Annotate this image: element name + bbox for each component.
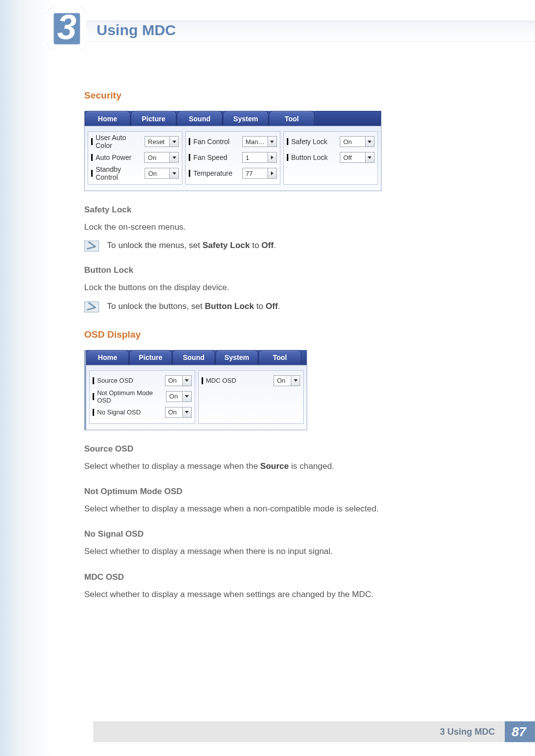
safety-lock-dropdown[interactable]: On xyxy=(340,136,374,147)
security-panel-body: User Auto Color Reset Auto Power On Stan… xyxy=(85,126,381,191)
osd-group-2: MDC OSD On xyxy=(198,370,304,424)
chevron-down-icon xyxy=(365,137,374,147)
no-signal-heading: No Signal OSD xyxy=(84,529,461,539)
tab-home[interactable]: Home xyxy=(86,350,129,365)
mdc-osd-desc: Select whether to display a message when… xyxy=(84,588,461,601)
security-group-2: Fan Control Man… Fan Speed 1 Temperature xyxy=(185,131,280,185)
button-lock-heading: Button Lock xyxy=(84,265,461,275)
osd-panel-body: Source OSD On Not Optimum Mode OSD On No… xyxy=(86,365,307,430)
button-lock-note: To unlock the buttons, set Button Lock t… xyxy=(84,302,461,312)
tab-system[interactable]: System xyxy=(215,350,258,365)
security-panel: Home Picture Sound System Tool User Auto… xyxy=(84,111,381,191)
chevron-down-icon xyxy=(182,376,191,386)
button-lock-note-text: To unlock the buttons, set Button Lock t… xyxy=(107,302,280,311)
temperature-spinner[interactable]: 77 xyxy=(242,168,277,179)
tab-tool[interactable]: Tool xyxy=(259,350,301,365)
tab-home[interactable]: Home xyxy=(85,111,130,126)
field-auto-power: Auto Power On xyxy=(91,150,179,165)
field-fan-control: Fan Control Man… xyxy=(189,134,276,150)
field-not-optimum-osd: Not Optimum Mode OSD On xyxy=(93,389,192,404)
button-lock-dropdown[interactable]: Off xyxy=(340,152,374,163)
safety-lock-desc: Lock the on-screen menus. xyxy=(84,221,461,234)
fan-control-dropdown[interactable]: Man… xyxy=(242,136,277,147)
chapter-badge: 3 xyxy=(48,7,86,50)
osd-panel: Home Picture Sound System Tool Source OS… xyxy=(84,350,307,430)
security-group-1: User Auto Color Reset Auto Power On Stan… xyxy=(88,131,182,185)
page-footer: 3 Using MDC 87 xyxy=(93,721,535,742)
tab-system[interactable]: System xyxy=(223,111,268,126)
chevron-down-icon xyxy=(291,376,300,386)
button-lock-desc: Lock the buttons on the display device. xyxy=(84,281,461,294)
source-osd-desc: Select whether to display a message when… xyxy=(84,460,461,473)
note-icon xyxy=(84,241,99,252)
chevron-down-icon xyxy=(182,407,191,417)
security-heading: Security xyxy=(84,90,461,101)
chevron-down-icon xyxy=(169,152,178,162)
field-fan-speed: Fan Speed 1 xyxy=(189,150,276,165)
field-button-lock: Button Lock Off xyxy=(287,150,374,165)
chevron-down-icon xyxy=(268,137,276,147)
chevron-right-icon xyxy=(268,168,276,178)
chapter-title: Using MDC xyxy=(97,22,176,39)
chevron-down-icon xyxy=(169,168,178,178)
note-icon xyxy=(84,302,99,312)
source-osd-dropdown[interactable]: On xyxy=(165,375,192,386)
safety-lock-note: To unlock the menus, set Safety Lock to … xyxy=(84,241,461,252)
field-standby-control: Standby Control On xyxy=(91,165,179,181)
osd-heading: OSD Display xyxy=(84,329,461,340)
no-signal-desc: Select whether to display a message when… xyxy=(84,545,461,558)
side-gradient xyxy=(0,0,52,756)
tab-sound[interactable]: Sound xyxy=(177,111,222,126)
security-tab-bar: Home Picture Sound System Tool xyxy=(85,111,381,126)
tab-tool[interactable]: Tool xyxy=(269,111,315,126)
osd-tab-bar: Home Picture Sound System Tool xyxy=(86,350,307,365)
tab-sound[interactable]: Sound xyxy=(172,350,215,365)
field-safety-lock: Safety Lock On xyxy=(287,134,374,150)
field-user-auto-color: User Auto Color Reset xyxy=(91,134,179,150)
tab-picture[interactable]: Picture xyxy=(129,350,172,365)
field-temperature: Temperature 77 xyxy=(189,165,276,181)
chapter-number: 3 xyxy=(57,10,77,45)
safety-lock-note-text: To unlock the menus, set Safety Lock to … xyxy=(107,241,276,251)
field-mdc-osd: MDC OSD On xyxy=(202,373,301,389)
footer-section: 3 Using MDC xyxy=(93,721,505,742)
chevron-down-icon xyxy=(169,137,178,147)
safety-lock-heading: Safety Lock xyxy=(84,205,461,215)
chevron-down-icon xyxy=(365,152,374,162)
page-content: Security Home Picture Sound System Tool … xyxy=(84,90,461,604)
osd-group-1: Source OSD On Not Optimum Mode OSD On No… xyxy=(89,370,195,424)
chevron-right-icon xyxy=(268,152,276,162)
field-no-signal-osd: No Signal OSD On xyxy=(93,404,192,420)
tab-picture[interactable]: Picture xyxy=(131,111,176,126)
security-group-3: Safety Lock On Button Lock Off xyxy=(283,131,378,185)
not-optimum-desc: Select whether to display a message when… xyxy=(84,503,461,515)
field-source-osd: Source OSD On xyxy=(93,373,192,389)
tab-spacer xyxy=(315,111,381,126)
footer-page: 87 xyxy=(505,721,535,742)
mdc-osd-dropdown[interactable]: On xyxy=(273,375,300,386)
chevron-down-icon xyxy=(182,392,191,402)
no-signal-osd-dropdown[interactable]: On xyxy=(165,407,192,418)
not-optimum-heading: Not Optimum Mode OSD xyxy=(84,487,461,497)
auto-power-dropdown[interactable]: On xyxy=(144,152,179,163)
fan-speed-spinner[interactable]: 1 xyxy=(242,152,277,163)
not-optimum-osd-dropdown[interactable]: On xyxy=(166,391,192,402)
mdc-osd-heading: MDC OSD xyxy=(84,572,461,582)
standby-control-dropdown[interactable]: On xyxy=(145,168,179,179)
user-auto-color-dropdown[interactable]: Reset xyxy=(145,136,179,147)
source-osd-heading: Source OSD xyxy=(84,444,461,454)
